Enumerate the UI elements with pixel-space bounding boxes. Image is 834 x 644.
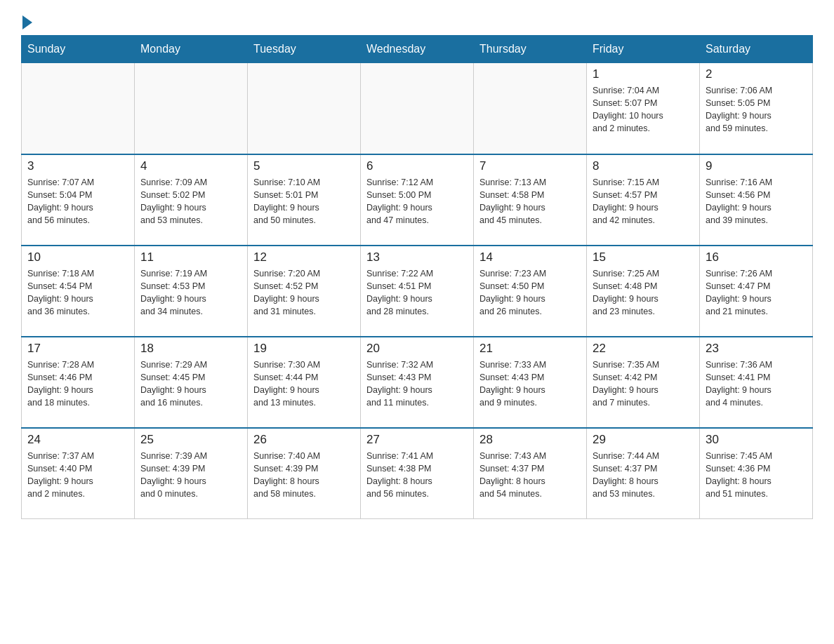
- day-number: 5: [253, 159, 355, 173]
- calendar-cell: 20Sunrise: 7:32 AM Sunset: 4:43 PM Dayli…: [361, 337, 474, 428]
- calendar-cell: 1Sunrise: 7:04 AM Sunset: 5:07 PM Daylig…: [587, 63, 700, 154]
- day-info: Sunrise: 7:10 AM Sunset: 5:01 PM Dayligh…: [253, 176, 355, 227]
- calendar-cell: 26Sunrise: 7:40 AM Sunset: 4:39 PM Dayli…: [248, 428, 361, 519]
- day-info: Sunrise: 7:20 AM Sunset: 4:52 PM Dayligh…: [253, 267, 355, 318]
- day-number: 1: [593, 67, 694, 81]
- day-info: Sunrise: 7:13 AM Sunset: 4:58 PM Dayligh…: [479, 176, 581, 227]
- day-of-week-header: Saturday: [700, 36, 813, 63]
- day-info: Sunrise: 7:07 AM Sunset: 5:04 PM Dayligh…: [27, 176, 128, 227]
- calendar-week-row: 24Sunrise: 7:37 AM Sunset: 4:40 PM Dayli…: [22, 428, 813, 519]
- calendar-cell: [361, 63, 474, 154]
- day-info: Sunrise: 7:37 AM Sunset: 4:40 PM Dayligh…: [27, 450, 128, 501]
- calendar-cell: 28Sunrise: 7:43 AM Sunset: 4:37 PM Dayli…: [474, 428, 587, 519]
- calendar-cell: [22, 63, 135, 154]
- day-info: Sunrise: 7:16 AM Sunset: 4:56 PM Dayligh…: [706, 176, 807, 227]
- day-of-week-header: Wednesday: [361, 36, 474, 63]
- day-number: 18: [140, 342, 241, 356]
- calendar-cell: 2Sunrise: 7:06 AM Sunset: 5:05 PM Daylig…: [700, 63, 813, 154]
- day-number: 3: [27, 159, 128, 173]
- calendar-cell: 25Sunrise: 7:39 AM Sunset: 4:39 PM Dayli…: [135, 428, 248, 519]
- calendar-cell: 12Sunrise: 7:20 AM Sunset: 4:52 PM Dayli…: [248, 246, 361, 337]
- day-number: 15: [593, 250, 694, 264]
- day-info: Sunrise: 7:33 AM Sunset: 4:43 PM Dayligh…: [479, 358, 581, 410]
- day-number: 25: [140, 433, 241, 447]
- calendar-cell: 4Sunrise: 7:09 AM Sunset: 5:02 PM Daylig…: [135, 154, 248, 246]
- calendar-cell: [248, 63, 361, 154]
- day-info: Sunrise: 7:25 AM Sunset: 4:48 PM Dayligh…: [593, 267, 694, 318]
- day-info: Sunrise: 7:28 AM Sunset: 4:46 PM Dayligh…: [27, 358, 128, 410]
- day-info: Sunrise: 7:18 AM Sunset: 4:54 PM Dayligh…: [27, 267, 128, 318]
- calendar-cell: 23Sunrise: 7:36 AM Sunset: 4:41 PM Dayli…: [700, 337, 813, 428]
- day-info: Sunrise: 7:39 AM Sunset: 4:39 PM Dayligh…: [140, 450, 241, 501]
- day-number: 24: [27, 433, 128, 447]
- day-of-week-header: Friday: [587, 36, 700, 63]
- day-info: Sunrise: 7:41 AM Sunset: 4:38 PM Dayligh…: [366, 450, 468, 501]
- calendar-cell: 3Sunrise: 7:07 AM Sunset: 5:04 PM Daylig…: [22, 154, 135, 246]
- calendar-cell: 29Sunrise: 7:44 AM Sunset: 4:37 PM Dayli…: [587, 428, 700, 519]
- day-info: Sunrise: 7:22 AM Sunset: 4:51 PM Dayligh…: [366, 267, 468, 318]
- calendar-cell: 27Sunrise: 7:41 AM Sunset: 4:38 PM Dayli…: [361, 428, 474, 519]
- calendar-cell: 7Sunrise: 7:13 AM Sunset: 4:58 PM Daylig…: [474, 154, 587, 246]
- calendar-week-row: 1Sunrise: 7:04 AM Sunset: 5:07 PM Daylig…: [22, 63, 813, 154]
- day-of-week-header: Monday: [135, 36, 248, 63]
- day-number: 4: [140, 159, 241, 173]
- calendar-cell: 21Sunrise: 7:33 AM Sunset: 4:43 PM Dayli…: [474, 337, 587, 428]
- day-number: 12: [253, 250, 355, 264]
- day-number: 6: [366, 159, 468, 173]
- day-number: 16: [706, 250, 807, 264]
- day-number: 17: [27, 342, 128, 356]
- day-of-week-header: Thursday: [474, 36, 587, 63]
- calendar-cell: 15Sunrise: 7:25 AM Sunset: 4:48 PM Dayli…: [587, 246, 700, 337]
- logo-arrow-icon: [22, 15, 32, 29]
- calendar-cell: 30Sunrise: 7:45 AM Sunset: 4:36 PM Dayli…: [700, 428, 813, 519]
- day-info: Sunrise: 7:40 AM Sunset: 4:39 PM Dayligh…: [253, 450, 355, 501]
- calendar-week-row: 10Sunrise: 7:18 AM Sunset: 4:54 PM Dayli…: [22, 246, 813, 337]
- day-info: Sunrise: 7:36 AM Sunset: 4:41 PM Dayligh…: [706, 358, 807, 410]
- calendar-cell: 24Sunrise: 7:37 AM Sunset: 4:40 PM Dayli…: [22, 428, 135, 519]
- day-info: Sunrise: 7:43 AM Sunset: 4:37 PM Dayligh…: [479, 450, 581, 501]
- calendar-cell: 6Sunrise: 7:12 AM Sunset: 5:00 PM Daylig…: [361, 154, 474, 246]
- day-info: Sunrise: 7:29 AM Sunset: 4:45 PM Dayligh…: [140, 358, 241, 410]
- day-number: 23: [706, 342, 807, 356]
- calendar-header: SundayMondayTuesdayWednesdayThursdayFrid…: [22, 36, 813, 63]
- calendar-cell: 22Sunrise: 7:35 AM Sunset: 4:42 PM Dayli…: [587, 337, 700, 428]
- calendar-cell: 19Sunrise: 7:30 AM Sunset: 4:44 PM Dayli…: [248, 337, 361, 428]
- day-number: 26: [253, 433, 355, 447]
- day-number: 27: [366, 433, 468, 447]
- day-number: 21: [479, 342, 581, 356]
- day-number: 14: [479, 250, 581, 264]
- calendar-cell: [135, 63, 248, 154]
- day-info: Sunrise: 7:45 AM Sunset: 4:36 PM Dayligh…: [706, 450, 807, 501]
- day-info: Sunrise: 7:35 AM Sunset: 4:42 PM Dayligh…: [593, 358, 694, 410]
- day-info: Sunrise: 7:19 AM Sunset: 4:53 PM Dayligh…: [140, 267, 241, 318]
- day-info: Sunrise: 7:06 AM Sunset: 5:05 PM Dayligh…: [706, 84, 807, 135]
- day-info: Sunrise: 7:15 AM Sunset: 4:57 PM Dayligh…: [593, 176, 694, 227]
- calendar-cell: 18Sunrise: 7:29 AM Sunset: 4:45 PM Dayli…: [135, 337, 248, 428]
- calendar-cell: 17Sunrise: 7:28 AM Sunset: 4:46 PM Dayli…: [22, 337, 135, 428]
- day-number: 20: [366, 342, 468, 356]
- day-number: 10: [27, 250, 128, 264]
- day-number: 29: [593, 433, 694, 447]
- calendar-cell: 8Sunrise: 7:15 AM Sunset: 4:57 PM Daylig…: [587, 154, 700, 246]
- day-number: 28: [479, 433, 581, 447]
- calendar-cell: [474, 63, 587, 154]
- calendar-body: 1Sunrise: 7:04 AM Sunset: 5:07 PM Daylig…: [22, 63, 813, 519]
- day-info: Sunrise: 7:44 AM Sunset: 4:37 PM Dayligh…: [593, 450, 694, 501]
- day-info: Sunrise: 7:09 AM Sunset: 5:02 PM Dayligh…: [140, 176, 241, 227]
- day-info: Sunrise: 7:12 AM Sunset: 5:00 PM Dayligh…: [366, 176, 468, 227]
- day-number: 8: [593, 159, 694, 173]
- days-of-week-row: SundayMondayTuesdayWednesdayThursdayFrid…: [22, 36, 813, 63]
- logo: [21, 14, 32, 28]
- day-info: Sunrise: 7:04 AM Sunset: 5:07 PM Dayligh…: [593, 84, 694, 135]
- calendar-cell: 10Sunrise: 7:18 AM Sunset: 4:54 PM Dayli…: [22, 246, 135, 337]
- day-number: 7: [479, 159, 581, 173]
- day-number: 2: [706, 67, 807, 81]
- day-number: 9: [706, 159, 807, 173]
- day-number: 19: [253, 342, 355, 356]
- day-number: 22: [593, 342, 694, 356]
- calendar-cell: 13Sunrise: 7:22 AM Sunset: 4:51 PM Dayli…: [361, 246, 474, 337]
- day-of-week-header: Sunday: [22, 36, 135, 63]
- day-info: Sunrise: 7:23 AM Sunset: 4:50 PM Dayligh…: [479, 267, 581, 318]
- calendar-table: SundayMondayTuesdayWednesdayThursdayFrid…: [21, 35, 813, 519]
- page-header: [21, 14, 813, 28]
